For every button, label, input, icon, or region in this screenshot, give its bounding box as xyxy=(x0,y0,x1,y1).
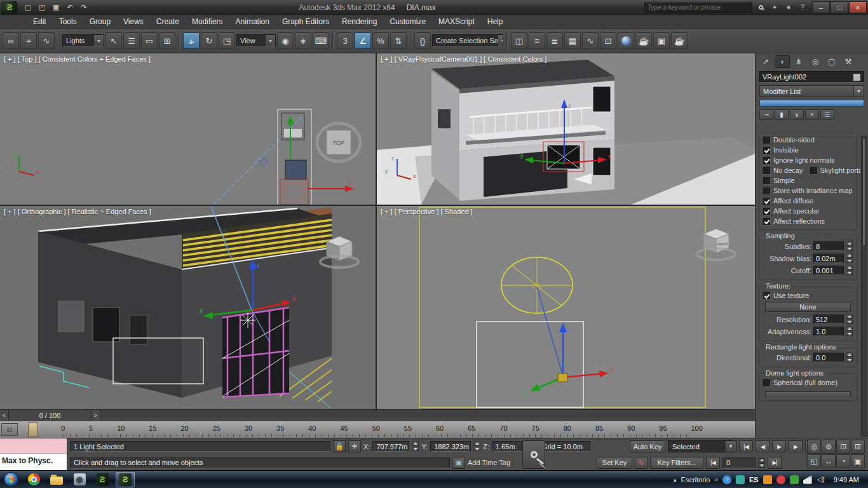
set-key-button[interactable]: Set Key xyxy=(597,457,632,469)
maximize-viewport-toggle-icon[interactable]: ▣ xyxy=(851,454,865,468)
range-previous-button[interactable]: < xyxy=(0,410,9,421)
viewport-camera-label[interactable]: [ + ] [ VRayPhysicalCamera001 ] [ Consis… xyxy=(381,55,546,63)
menu-item[interactable]: Graph Editors xyxy=(276,15,336,29)
new-scene-icon[interactable]: ▢ xyxy=(22,2,34,13)
rendered-frame-window-icon[interactable]: ▣ xyxy=(653,32,670,49)
material-editor-icon[interactable] xyxy=(618,32,634,49)
open-mini-curve-editor-button[interactable]: ⊟ xyxy=(1,423,18,436)
checkbox[interactable] xyxy=(763,218,770,225)
window-crossing-icon[interactable]: ⊞ xyxy=(159,32,175,49)
range-next-button[interactable]: > xyxy=(92,410,100,421)
go-to-start-button[interactable]: |◀ xyxy=(739,440,753,452)
network-tray-icon[interactable] xyxy=(803,475,812,484)
taskbar-clock[interactable]: 9:49 AM xyxy=(830,476,863,484)
modify-tab[interactable]: ◗ xyxy=(775,55,790,68)
auto-key-button[interactable]: Auto Key xyxy=(630,440,665,452)
mirror-icon[interactable]: ◫ xyxy=(511,32,527,49)
3dsmax-logo-icon[interactable]: Ƨ xyxy=(2,1,17,14)
explorer-icon[interactable] xyxy=(47,472,66,487)
key-mode-dropdown[interactable]: Selected▾ xyxy=(668,440,736,452)
spinner[interactable] xyxy=(846,241,853,251)
play-button[interactable]: ▶ xyxy=(772,440,786,452)
minimize-button[interactable]: – xyxy=(812,1,830,13)
time-slider-handle[interactable] xyxy=(28,423,38,437)
pan-icon[interactable]: ↔ xyxy=(822,454,836,468)
param-field[interactable]: 0.0 xyxy=(813,353,844,362)
search-input[interactable] xyxy=(644,3,752,13)
search-icon[interactable] xyxy=(755,3,766,13)
checkbox[interactable] xyxy=(763,137,770,144)
remove-modifier-icon[interactable]: × xyxy=(805,109,819,120)
viewport-top[interactable]: y x TOP y z x [ + ] [ Top xyxy=(0,53,376,205)
select-and-manipulate-icon[interactable]: ∗ xyxy=(295,32,311,49)
scrollbar-thumb[interactable] xyxy=(862,138,866,246)
desktop-toolbar-label[interactable]: Escritorio xyxy=(681,476,710,484)
menu-item[interactable]: Group xyxy=(83,15,117,29)
maximize-button[interactable]: □ xyxy=(831,1,848,13)
selection-lock-toggle[interactable]: 🔒 xyxy=(333,440,346,452)
viewport-orthographic-label[interactable]: [ + ] [ Orthographic ] [ Realistic + Edg… xyxy=(4,208,151,215)
current-frame-field[interactable]: 0 xyxy=(722,458,756,468)
toolbar-chevrons-icon[interactable]: » xyxy=(714,476,718,483)
menu-item[interactable]: Rendering xyxy=(336,15,383,29)
object-color-swatch[interactable] xyxy=(853,73,861,81)
zoom-icon[interactable]: ◎ xyxy=(807,440,821,454)
next-key-button[interactable]: ▶| xyxy=(768,457,782,469)
previous-key-button[interactable]: |◀ xyxy=(706,457,720,469)
vray-light-window[interactable] xyxy=(222,308,289,398)
open-file-icon[interactable]: ◰ xyxy=(36,2,48,13)
checkbox[interactable] xyxy=(763,167,770,174)
orbit-icon[interactable]: ◔ xyxy=(836,454,850,468)
chrome-icon[interactable] xyxy=(24,472,43,487)
bind-to-space-warp-icon[interactable]: ∿ xyxy=(38,32,55,49)
graphite-ribbon-icon[interactable]: ▦ xyxy=(564,32,581,49)
add-time-tag[interactable]: Add Time Tag xyxy=(468,459,510,466)
absolute-offset-toggle[interactable]: ✛ xyxy=(348,440,361,452)
menu-item[interactable]: Modifiers xyxy=(186,15,229,29)
spinner[interactable] xyxy=(473,442,480,451)
favorites-star-icon[interactable]: ★ xyxy=(783,3,794,13)
viewport-orthographic[interactable]: z y x xyxy=(0,206,376,409)
spinner[interactable] xyxy=(846,254,853,263)
select-by-name-icon[interactable]: ☰ xyxy=(123,32,140,49)
checkbox[interactable] xyxy=(763,379,770,386)
param-field[interactable]: 8 xyxy=(813,241,844,251)
viewport-perspective-label[interactable]: [ + ] [ Perspective ] [ Shaded ] xyxy=(381,208,473,215)
use-pivot-point-center-icon[interactable]: ◉ xyxy=(277,32,294,49)
checkbox[interactable] xyxy=(763,157,770,164)
menu-item[interactable]: Tools xyxy=(53,15,83,29)
save-file-icon[interactable]: ▣ xyxy=(50,2,62,13)
curve-editor-icon[interactable]: ∿ xyxy=(582,32,599,49)
panel-scrollbar[interactable] xyxy=(861,136,867,437)
display-tab[interactable]: ▢ xyxy=(824,55,839,68)
volume-tray-icon[interactable]: ◁) xyxy=(817,475,825,484)
hierarchy-tab[interactable]: ⋔ xyxy=(791,55,806,68)
layer-manager-icon[interactable]: ≣ xyxy=(546,32,563,49)
y-coordinate-field[interactable]: 1882.323m xyxy=(430,441,471,452)
zoom-extents-icon[interactable]: ⊡ xyxy=(836,440,850,454)
menu-item[interactable]: Edit xyxy=(27,15,53,29)
spinner-snap-icon[interactable]: ⇅ xyxy=(390,32,407,49)
texture-none-button[interactable]: None xyxy=(765,302,851,312)
language-indicator[interactable]: ES xyxy=(749,476,759,484)
param-field[interactable]: 512 xyxy=(813,315,844,324)
z-coordinate-field[interactable]: 1.65m xyxy=(492,441,522,452)
viewport-camera-canvas[interactable]: z y x z y x xyxy=(377,53,755,205)
checkbox[interactable] xyxy=(763,198,770,205)
make-unique-icon[interactable]: ∨ xyxy=(790,109,804,120)
modifier-stack-selected-entry[interactable] xyxy=(759,100,864,107)
viewport-top-canvas[interactable]: y x TOP y z x xyxy=(0,53,376,205)
modifier-list-dropdown[interactable]: Modifier List ▾ xyxy=(759,85,864,97)
sync-tray-icon[interactable] xyxy=(736,475,745,484)
param-field[interactable]: 0.02m xyxy=(813,254,844,263)
checkbox[interactable] xyxy=(763,292,770,299)
update-tray-icon[interactable] xyxy=(763,475,772,484)
help-tray-icon[interactable]: ? xyxy=(722,475,731,484)
utilities-tab[interactable]: ⚒ xyxy=(841,55,856,68)
communication-center-icon[interactable]: ✦ xyxy=(769,3,780,13)
checkbox[interactable] xyxy=(763,177,770,184)
set-keys-button[interactable] xyxy=(522,440,545,469)
named-selection-set-dropdown[interactable]: Create Selection Se▾ xyxy=(432,34,503,47)
param-field[interactable]: 0.001 xyxy=(813,266,844,275)
edit-named-selection-sets-icon[interactable]: {} xyxy=(414,32,431,49)
